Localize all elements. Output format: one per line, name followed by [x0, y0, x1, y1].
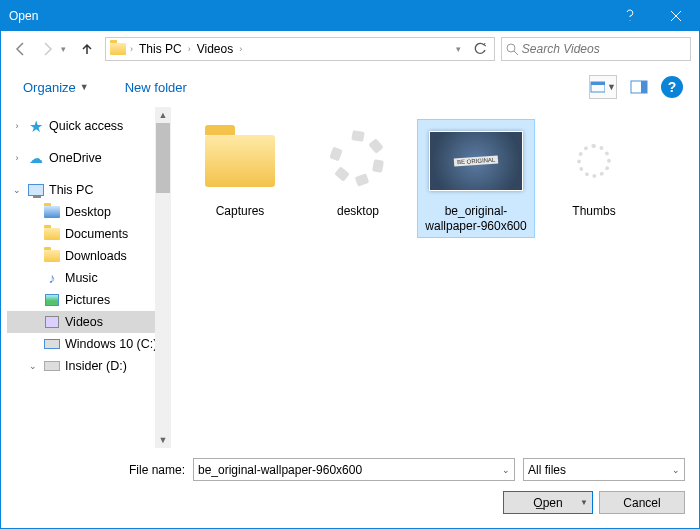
- disk-icon: [43, 335, 61, 353]
- item-thumbs[interactable]: Thumbs: [535, 119, 653, 223]
- toolbar: Organize ▼ New folder ▼ ?: [1, 67, 699, 107]
- cancel-label: Cancel: [623, 496, 660, 510]
- search-box[interactable]: [501, 37, 691, 61]
- tree-label: This PC: [49, 183, 93, 197]
- scroll-thumb[interactable]: [156, 123, 170, 193]
- chevron-right-icon[interactable]: ›: [128, 44, 135, 54]
- folder-icon: [43, 225, 61, 243]
- chevron-right-icon[interactable]: ›: [11, 121, 23, 131]
- thumbnail-tag: BE ORIGINAL: [454, 155, 499, 166]
- tree-label: Windows 10 (C:): [65, 337, 157, 351]
- chevron-down-icon[interactable]: ⌄: [672, 465, 680, 475]
- pictures-icon: [43, 291, 61, 309]
- loading-icon: [308, 123, 408, 198]
- location-icon: [108, 39, 128, 59]
- file-name-value: be_original-wallpaper-960x600: [198, 463, 362, 477]
- file-list[interactable]: Captures desktop BE ORIGINA: [171, 107, 699, 448]
- new-folder-label: New folder: [125, 80, 187, 95]
- organize-label: Organize: [23, 80, 76, 95]
- tree-quick-access[interactable]: › ★ Quick access: [7, 115, 171, 137]
- folder-icon: [43, 247, 61, 265]
- pc-icon: [27, 181, 45, 199]
- item-be-original[interactable]: BE ORIGINAL be_original-wallpaper-960x60…: [417, 119, 535, 238]
- image-thumbnail: BE ORIGINAL: [426, 123, 526, 198]
- file-name-input[interactable]: be_original-wallpaper-960x600 ⌄: [193, 458, 515, 481]
- breadcrumb[interactable]: › This PC › Videos › ▾: [105, 37, 495, 61]
- nav-tree[interactable]: › ★ Quick access › ☁ OneDrive ⌄ This PC …: [1, 107, 171, 448]
- path-dropdown[interactable]: ▾: [456, 44, 468, 54]
- open-dialog: Open ▾ › This PC › Videos › ▾: [0, 0, 700, 529]
- preview-icon: [630, 80, 648, 94]
- item-label: Captures: [216, 204, 265, 219]
- sidebar-scrollbar[interactable]: ▲ ▼: [155, 107, 171, 448]
- tree-music[interactable]: ♪ Music: [7, 267, 171, 289]
- tree-onedrive[interactable]: › ☁ OneDrive: [7, 147, 171, 169]
- tree-drive-c[interactable]: Windows 10 (C:): [7, 333, 171, 355]
- search-input[interactable]: [522, 42, 686, 56]
- back-button[interactable]: [9, 37, 33, 61]
- tree-label: Music: [65, 271, 98, 285]
- chevron-down-icon: ▼: [607, 82, 616, 92]
- tree-label: Quick access: [49, 119, 123, 133]
- window-title: Open: [9, 9, 607, 23]
- search-icon: [506, 43, 518, 56]
- tree-label: Insider (D:): [65, 359, 127, 373]
- videos-icon: [43, 313, 61, 331]
- help-hint-button[interactable]: [607, 1, 653, 31]
- open-split-dropdown[interactable]: ▼: [580, 498, 588, 507]
- tree-videos[interactable]: Videos: [7, 311, 171, 333]
- tree-label: Pictures: [65, 293, 110, 307]
- disk-icon: [43, 357, 61, 375]
- cancel-button[interactable]: Cancel: [599, 491, 685, 514]
- tree-desktop[interactable]: Desktop: [7, 201, 171, 223]
- tree-label: Videos: [65, 315, 103, 329]
- titlebar[interactable]: Open: [1, 1, 699, 31]
- item-label: desktop: [337, 204, 379, 219]
- chevron-down-icon: ▼: [80, 82, 89, 92]
- tree-label: Desktop: [65, 205, 111, 219]
- file-type-filter[interactable]: All files ⌄: [523, 458, 685, 481]
- forward-button[interactable]: [35, 37, 59, 61]
- chevron-right-icon[interactable]: ›: [11, 153, 23, 163]
- tree-label: Documents: [65, 227, 128, 241]
- open-button[interactable]: Open ▼: [503, 491, 593, 514]
- tree-documents[interactable]: Documents: [7, 223, 171, 245]
- breadcrumb-videos[interactable]: Videos: [193, 38, 237, 60]
- preview-pane-button[interactable]: [627, 75, 651, 99]
- history-dropdown[interactable]: ▾: [61, 44, 73, 54]
- chevron-right-icon[interactable]: ›: [186, 44, 193, 54]
- new-folder-button[interactable]: New folder: [119, 78, 193, 97]
- item-desktop[interactable]: desktop: [299, 119, 417, 223]
- tree-pictures[interactable]: Pictures: [7, 289, 171, 311]
- help-button[interactable]: ?: [661, 76, 683, 98]
- scroll-down-icon[interactable]: ▼: [159, 432, 168, 448]
- dialog-footer: File name: be_original-wallpaper-960x600…: [1, 448, 699, 528]
- breadcrumb-this-pc[interactable]: This PC: [135, 38, 186, 60]
- chevron-down-icon[interactable]: ⌄: [502, 465, 510, 475]
- chevron-right-icon[interactable]: ›: [237, 44, 244, 54]
- address-bar: ▾ › This PC › Videos › ▾: [1, 31, 699, 67]
- file-name-label: File name:: [15, 463, 185, 477]
- view-mode-button[interactable]: ▼: [589, 75, 617, 99]
- item-label: be_original-wallpaper-960x600: [421, 204, 531, 234]
- folder-icon: [190, 123, 290, 198]
- item-label: Thumbs: [572, 204, 615, 219]
- tree-drive-d[interactable]: ⌄ Insider (D:): [7, 355, 171, 377]
- item-captures[interactable]: Captures: [181, 119, 299, 223]
- close-button[interactable]: [653, 1, 699, 31]
- refresh-button[interactable]: [468, 42, 492, 56]
- chevron-down-icon[interactable]: ⌄: [11, 185, 23, 195]
- svg-rect-2: [591, 82, 605, 85]
- up-button[interactable]: [75, 37, 99, 61]
- scroll-up-icon[interactable]: ▲: [159, 107, 168, 123]
- tree-downloads[interactable]: Downloads: [7, 245, 171, 267]
- tree-this-pc[interactable]: ⌄ This PC: [7, 179, 171, 201]
- organize-menu[interactable]: Organize ▼: [17, 78, 95, 97]
- chevron-down-icon[interactable]: ⌄: [27, 361, 39, 371]
- tree-label: Downloads: [65, 249, 127, 263]
- cloud-icon: ☁: [27, 149, 45, 167]
- dialog-body: › ★ Quick access › ☁ OneDrive ⌄ This PC …: [1, 107, 699, 448]
- svg-point-0: [507, 44, 515, 52]
- svg-rect-4: [641, 81, 647, 93]
- music-icon: ♪: [43, 269, 61, 287]
